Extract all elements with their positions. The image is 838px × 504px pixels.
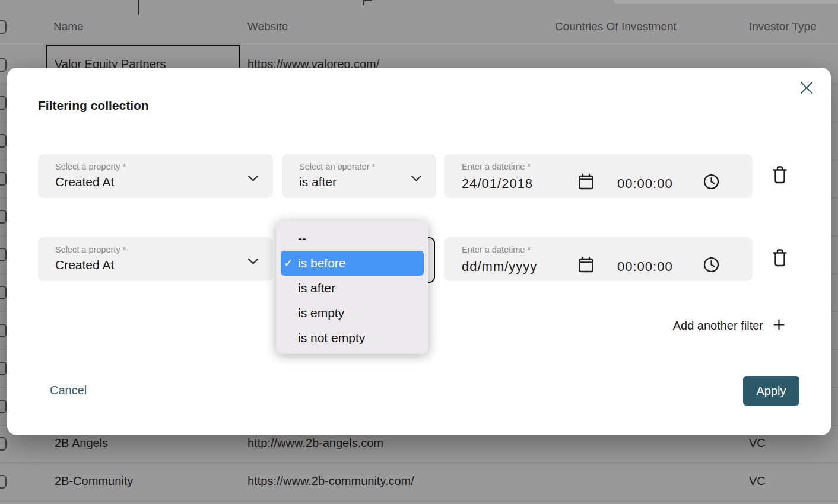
time-value[interactable]: 00:00:00: [617, 176, 673, 192]
dropdown-option-none[interactable]: --: [276, 226, 428, 251]
background-button-edge: [614, 0, 838, 4]
property-select-1[interactable]: Select a property * Created At: [38, 154, 273, 198]
clock-icon[interactable]: [703, 257, 719, 275]
dropdown-option-is-after[interactable]: is after: [276, 276, 428, 301]
page: Name Website Countries Of Investment Inv…: [0, 0, 838, 504]
property-select-2[interactable]: Select a property * Created At: [38, 237, 273, 281]
operator-select-1[interactable]: Select an operator * is after: [282, 154, 436, 198]
property-select-label: Select a property *: [55, 162, 273, 171]
cancel-button[interactable]: Cancel: [50, 384, 87, 397]
chevron-down-icon: [247, 257, 259, 267]
chevron-down-icon: [247, 174, 259, 184]
plus-icon: [773, 319, 785, 333]
dropdown-option-is-before[interactable]: ✓is before: [281, 251, 424, 276]
calendar-icon[interactable]: [578, 173, 594, 193]
property-select-label: Select a property *: [55, 245, 273, 254]
add-filter-label: Add another filter: [673, 319, 763, 333]
dropdown-option-is-not-empty[interactable]: is not empty: [276, 326, 428, 350]
property-select-value: Created At: [55, 175, 273, 189]
filtering-collection-dialog: Filtering collection Select a property *…: [7, 68, 831, 435]
datetime-label: Enter a datetime *: [462, 245, 531, 254]
delete-filter-icon[interactable]: [772, 248, 788, 267]
add-another-filter-button[interactable]: Add another filter: [673, 319, 785, 333]
close-icon[interactable]: [799, 80, 814, 95]
operator-dropdown-menu: -- ✓is before is after is empty is not e…: [276, 221, 428, 354]
delete-filter-icon[interactable]: [772, 165, 788, 184]
check-icon: ✓: [284, 251, 293, 276]
date-placeholder[interactable]: dd/mm/yyyy: [462, 259, 537, 275]
clock-icon[interactable]: [703, 174, 719, 192]
apply-button[interactable]: Apply: [743, 376, 799, 406]
datetime-input-1[interactable]: Enter a datetime * 24/01/2018 00:00:00: [444, 154, 753, 198]
datetime-label: Enter a datetime *: [462, 162, 531, 171]
chevron-down-icon: [411, 174, 422, 184]
operator-select-label: Select an operator *: [299, 162, 436, 171]
date-value[interactable]: 24/01/2018: [462, 176, 533, 192]
datetime-input-2[interactable]: Enter a datetime * dd/mm/yyyy 00:00:00: [444, 237, 753, 281]
property-select-value: Created At: [55, 258, 273, 272]
dialog-title: Filtering collection: [38, 98, 149, 113]
calendar-icon[interactable]: [578, 256, 594, 276]
dropdown-option-is-empty[interactable]: is empty: [276, 301, 428, 326]
time-value[interactable]: 00:00:00: [617, 259, 673, 275]
